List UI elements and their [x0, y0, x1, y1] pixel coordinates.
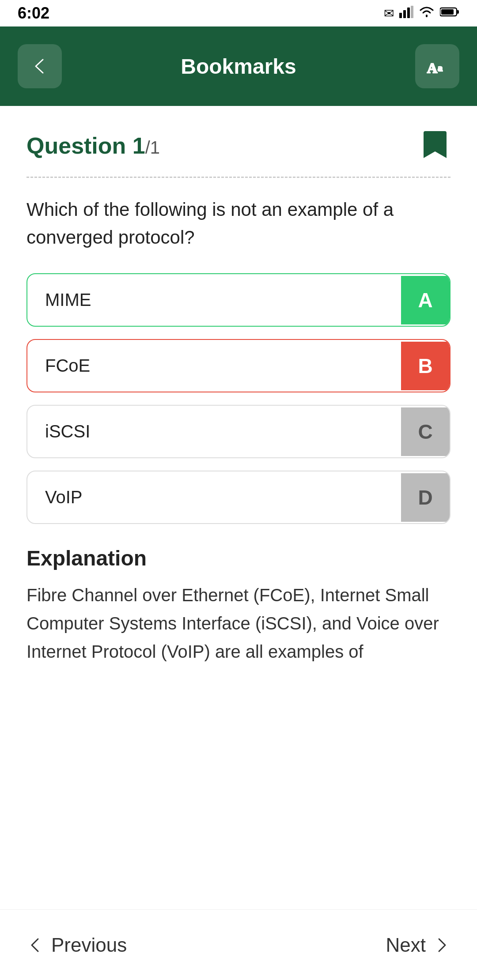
- question-number: Question 1: [26, 133, 145, 158]
- svg-rect-2: [407, 8, 410, 18]
- explanation-title: Explanation: [26, 546, 450, 570]
- header-title: Bookmarks: [181, 54, 296, 79]
- question-header: Question 1/1: [26, 128, 450, 163]
- svg-rect-0: [399, 13, 402, 18]
- svg-rect-6: [441, 9, 454, 15]
- answer-option-a[interactable]: MIME A: [26, 273, 450, 327]
- bookmark-button[interactable]: [420, 128, 450, 163]
- answer-label-d: D: [401, 473, 450, 522]
- answer-label-b: B: [401, 342, 450, 390]
- chevron-right-icon: [433, 936, 450, 954]
- font-button[interactable]: A a: [415, 44, 459, 88]
- answer-label-c: C: [401, 407, 450, 456]
- battery-icon: [440, 6, 459, 20]
- svg-text:a: a: [438, 62, 443, 73]
- section-divider: [26, 177, 450, 178]
- status-bar: 6:02 ✉: [0, 0, 477, 26]
- previous-button[interactable]: Previous: [26, 934, 127, 956]
- answer-text-a: MIME: [27, 274, 401, 326]
- question-text: Which of the following is not an example…: [26, 196, 450, 251]
- answer-text-d: VoIP: [27, 471, 401, 523]
- wifi-icon: [419, 6, 435, 21]
- explanation-text: Fibre Channel over Ethernet (FCoE), Inte…: [26, 581, 450, 666]
- app-header: Bookmarks A a: [0, 26, 477, 106]
- svg-text:A: A: [427, 60, 437, 76]
- status-icons: ✉: [384, 6, 459, 21]
- svg-rect-3: [411, 6, 413, 18]
- answer-option-c[interactable]: iSCSI C: [26, 405, 450, 458]
- signal-icon: [399, 6, 413, 21]
- answer-text-b: FCoE: [27, 340, 401, 392]
- question-title-area: Question 1/1: [26, 132, 160, 159]
- next-button[interactable]: Next: [386, 934, 450, 956]
- question-total: /1: [145, 138, 160, 157]
- question-label: Question 1/1: [26, 133, 160, 158]
- mail-icon: ✉: [384, 6, 394, 21]
- answer-text-c: iSCSI: [27, 406, 401, 457]
- previous-label: Previous: [51, 934, 127, 956]
- answer-option-b[interactable]: FCoE B: [26, 339, 450, 392]
- answer-option-d[interactable]: VoIP D: [26, 471, 450, 524]
- svg-rect-1: [403, 10, 406, 18]
- answer-label-a: A: [401, 276, 450, 324]
- status-time: 6:02: [18, 4, 49, 23]
- chevron-left-icon: [26, 936, 44, 954]
- bookmark-icon: [422, 129, 448, 162]
- main-content: Question 1/1 Which of the following is n…: [0, 106, 477, 754]
- next-label: Next: [386, 934, 426, 956]
- svg-rect-5: [457, 10, 459, 14]
- back-button[interactable]: [18, 44, 62, 88]
- bottom-navigation: Previous Next: [0, 909, 477, 980]
- answer-options: MIME A FCoE B iSCSI C VoIP D: [26, 273, 450, 524]
